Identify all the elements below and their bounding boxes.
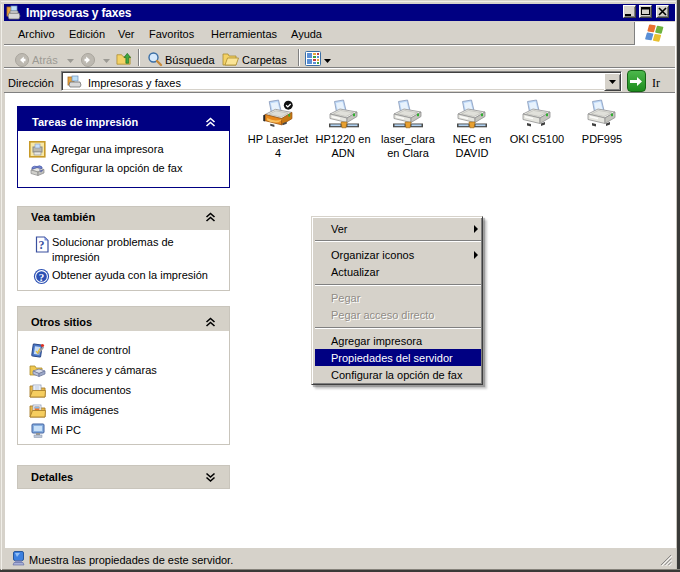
svg-text:?: ? xyxy=(39,271,45,283)
svg-text:?: ? xyxy=(39,238,45,252)
